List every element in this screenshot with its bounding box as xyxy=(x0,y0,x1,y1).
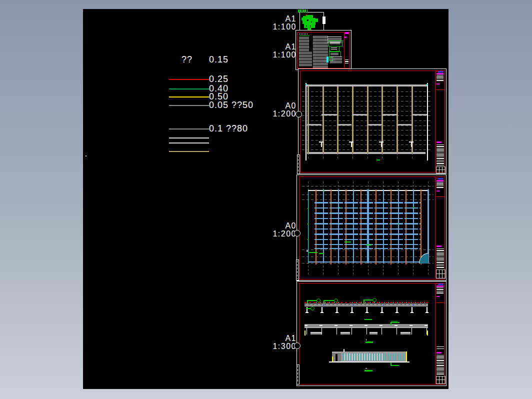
sheet-framing-plan-1[interactable] xyxy=(298,68,446,174)
sheet-size: A1 xyxy=(246,43,296,51)
blue-frame-line xyxy=(383,190,384,263)
sheet-label-5: A1 1:300 xyxy=(246,334,296,350)
green-annotation xyxy=(307,300,316,301)
column-line xyxy=(306,328,308,334)
sheet-size: A0 xyxy=(246,102,296,110)
site-plan-label xyxy=(298,10,308,12)
purlin-line xyxy=(330,190,332,264)
sheet-sections-elevation[interactable] xyxy=(296,281,446,386)
fold-dash xyxy=(298,156,298,172)
red-mark xyxy=(306,14,307,16)
yellow-edge xyxy=(406,352,407,362)
clip-mark xyxy=(294,230,300,236)
legend-line xyxy=(169,96,209,98)
purlin-line xyxy=(406,190,406,264)
vegetation-blob xyxy=(316,18,318,22)
beam-segment xyxy=(367,124,382,126)
white-dot xyxy=(306,250,308,252)
column-line xyxy=(367,86,368,153)
sheet-site-plan[interactable] xyxy=(300,12,324,32)
beam-segment xyxy=(397,124,412,126)
titleblock-logo xyxy=(436,71,438,72)
column-foot xyxy=(396,312,398,313)
vegetation-blob xyxy=(310,24,315,28)
titleblock-logo xyxy=(436,178,438,179)
legend-line xyxy=(169,105,209,106)
sheet-label-1: A1 1:100 xyxy=(246,15,296,30)
legend-line xyxy=(169,151,209,152)
notes-text-column xyxy=(330,56,342,64)
column-foot xyxy=(336,312,338,313)
roof-post xyxy=(344,349,344,352)
titleblock-logo-text xyxy=(438,284,444,285)
blue-frame-line xyxy=(323,190,324,263)
titleblock-cells xyxy=(436,376,446,384)
legend-line xyxy=(169,138,209,138)
notes-text-column xyxy=(313,36,328,68)
beam-segment xyxy=(337,124,352,126)
sheet-size: A0 xyxy=(246,222,296,230)
column-line xyxy=(382,328,382,334)
blue-frame-line xyxy=(338,190,339,263)
titleblock-divider xyxy=(435,70,436,172)
blue-frame-line xyxy=(398,190,399,263)
titleblock-text xyxy=(436,75,444,82)
legend-header-right: 0.15 xyxy=(209,55,228,64)
sheet-general-notes[interactable] xyxy=(296,30,352,70)
column-foot xyxy=(410,312,414,313)
column-line xyxy=(352,86,354,153)
blue-frame-line xyxy=(413,190,414,263)
legend-header-left: ?? xyxy=(182,55,192,64)
fold-mark xyxy=(296,364,300,384)
clip-mark xyxy=(294,342,300,349)
column-line xyxy=(396,86,398,153)
titleblock-text xyxy=(436,182,444,189)
legend-item-label: 0.25 xyxy=(209,74,228,84)
vegetation-blob xyxy=(302,18,304,20)
paper-tab xyxy=(322,16,326,24)
sheet-size: A1 xyxy=(246,334,296,342)
purlin-line xyxy=(376,190,376,264)
legend-line xyxy=(169,128,209,130)
green-mark xyxy=(392,321,398,322)
cyan-gridline xyxy=(308,190,308,263)
magenta-mark xyxy=(344,36,346,38)
sheet-framing-plan-2[interactable] xyxy=(296,174,446,281)
titleblock-magenta-bar xyxy=(436,352,442,354)
column-line xyxy=(366,328,368,334)
fold-dash xyxy=(298,366,298,383)
green-annotation xyxy=(307,300,308,304)
beam-segment xyxy=(352,114,368,116)
yellow-end-mark xyxy=(304,330,306,336)
green-annotation xyxy=(390,322,392,326)
blue-bar-row xyxy=(314,239,420,240)
notes-table xyxy=(330,46,340,52)
blue-bar-row xyxy=(314,234,420,235)
green-annotation xyxy=(324,300,334,301)
green-annotation xyxy=(390,365,399,366)
grid-line xyxy=(382,153,382,160)
beam-segment xyxy=(322,114,338,116)
beam-segment xyxy=(382,114,397,116)
preview-background: ?? 0.15 0.25 0.40 0.50 0.05 ??50 0.1 ??8… xyxy=(0,0,532,399)
titleblock-magenta-mark xyxy=(436,84,440,84)
titleblock-divider xyxy=(436,196,444,197)
column-foot xyxy=(380,312,384,313)
green-annotation xyxy=(306,308,310,309)
green-annotation xyxy=(364,300,364,304)
edge-column xyxy=(427,83,428,160)
titleblock-logo-text xyxy=(438,178,444,180)
green-mark xyxy=(309,252,318,253)
bottom-beam xyxy=(307,152,426,154)
cad-canvas[interactable]: ?? 0.15 0.25 0.40 0.50 0.05 ??50 0.1 ??8… xyxy=(83,9,448,389)
titleblock-text xyxy=(436,355,444,375)
equipment-box xyxy=(340,332,350,334)
sheet-scale: 1:100 xyxy=(246,51,296,59)
green-underline xyxy=(300,36,310,36)
green-annotation xyxy=(390,322,400,323)
column-line xyxy=(308,86,309,153)
grid-line xyxy=(323,153,324,160)
titleblock-magenta-bar xyxy=(436,246,442,247)
notes-text-column xyxy=(299,52,312,67)
yellow-end-mark xyxy=(427,330,428,336)
